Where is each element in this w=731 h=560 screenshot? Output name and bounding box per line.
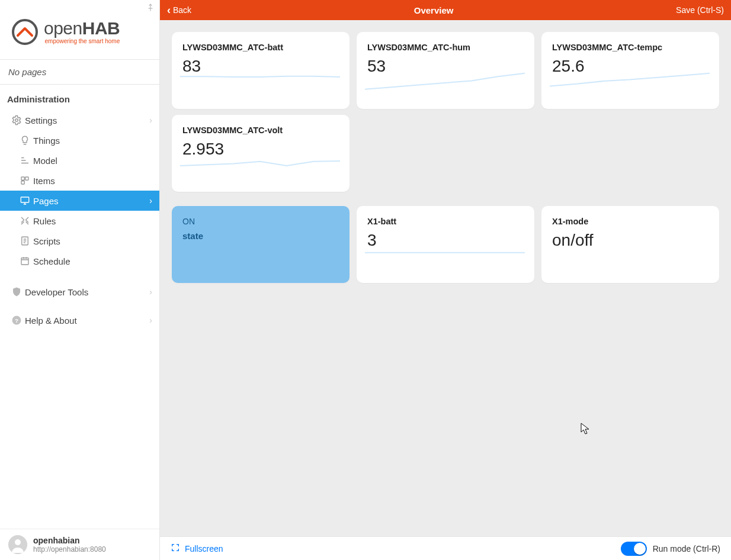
runmode: Run mode (Ctrl-R): [621, 542, 720, 556]
settings-subnav: Things Model Items Pages › Rules Scripts…: [0, 130, 159, 271]
scripts-icon: [17, 236, 33, 246]
fullscreen-icon: [171, 543, 180, 554]
svg-point-0: [13, 20, 37, 44]
user-name: openhabian: [33, 536, 106, 545]
card-hum[interactable]: LYWSD03MMC_ATC-hum 53: [357, 32, 534, 109]
fullscreen-label: Fullscreen: [185, 544, 223, 553]
svg-rect-2: [21, 177, 24, 180]
sidebar-item-things[interactable]: Things: [0, 130, 159, 150]
sidebar-item-model[interactable]: Model: [0, 150, 159, 170]
sidebar-item-label: Schedule: [33, 256, 70, 266]
help-icon: ?: [8, 315, 25, 326]
card-tempc[interactable]: LYWSD03MMC_ATC-tempc 25.6: [541, 32, 719, 109]
sidebar-item-schedule[interactable]: Schedule: [0, 251, 159, 271]
sidebar-item-label: Help & About: [25, 316, 77, 326]
topbar: ‹ Back Overview Save (Ctrl-S): [160, 0, 731, 20]
card-label: LYWSD03MMC_ATC-volt: [182, 125, 339, 135]
cursor-icon: [581, 423, 590, 436]
sidebar: openHAB empowering the smart home No pag…: [0, 0, 160, 560]
main: ‹ Back Overview Save (Ctrl-S) LYWSD03MMC…: [160, 0, 731, 560]
sidebar-item-settings[interactable]: Settings ›: [0, 110, 159, 130]
monitor-icon: [17, 195, 33, 206]
back-label: Back: [173, 5, 191, 15]
chevron-left-icon: ‹: [167, 4, 171, 17]
card-row-2: LYWSD03MMC_ATC-volt 2.953: [172, 115, 719, 192]
svg-rect-5: [21, 197, 29, 202]
schedule-icon: [17, 256, 33, 266]
bottombar: Fullscreen Run mode (Ctrl-R): [160, 536, 731, 560]
pin-icon[interactable]: [146, 4, 155, 14]
card-value: 3: [367, 231, 524, 250]
sidebar-item-help[interactable]: ? Help & About ›: [0, 310, 159, 330]
runmode-toggle[interactable]: [621, 542, 647, 556]
svg-point-11: [15, 539, 21, 545]
card-value: 83: [182, 57, 339, 76]
sidebar-footer: openhabian http://openhabian:8080: [0, 529, 159, 560]
sidebar-item-label: Items: [33, 176, 55, 186]
logo-word: openHAB: [44, 20, 120, 37]
sidebar-item-label: Things: [33, 136, 60, 146]
canvas: LYWSD03MMC_ATC-batt 83 LYWSD03MMC_ATC-hu…: [160, 20, 731, 536]
card-row-3: ON state X1-batt 3 X1-mode on/off: [172, 206, 719, 283]
sidebar-item-devtools[interactable]: Developer Tools ›: [0, 282, 159, 302]
card-state[interactable]: ON state: [172, 206, 350, 283]
card-label: X1-batt: [367, 217, 524, 226]
admin-section-title: Administration: [0, 85, 159, 110]
sidebar-item-label: Developer Tools: [25, 287, 88, 297]
card-batt[interactable]: LYWSD03MMC_ATC-batt 83: [172, 32, 350, 109]
runmode-label: Run mode (Ctrl-R): [653, 544, 720, 553]
shield-icon: [8, 287, 25, 297]
sidebar-item-items[interactable]: Items: [0, 170, 159, 191]
sidebar-item-label: Scripts: [33, 236, 60, 246]
avatar[interactable]: [8, 535, 27, 554]
svg-point-1: [15, 119, 18, 122]
card-label: LYWSD03MMC_ATC-tempc: [552, 43, 708, 52]
items-icon: [17, 175, 33, 186]
card-value: 25.6: [552, 57, 708, 76]
model-icon: [17, 155, 33, 166]
card-x1mode[interactable]: X1-mode on/off: [541, 206, 719, 283]
gear-icon: [8, 115, 25, 125]
user-host: http://openhabian:8080: [33, 545, 106, 553]
sidebar-item-label: Model: [33, 156, 57, 166]
bulb-icon: [17, 135, 33, 146]
openhab-logo-icon: [11, 18, 39, 46]
svg-rect-7: [21, 258, 28, 265]
logo: openHAB empowering the smart home: [0, 0, 159, 59]
sidebar-item-pages[interactable]: Pages ›: [0, 191, 159, 211]
save-button[interactable]: Save (Ctrl-S): [676, 5, 724, 15]
chevron-right-icon: ›: [149, 196, 152, 205]
svg-rect-3: [25, 177, 28, 180]
card-label: LYWSD03MMC_ATC-hum: [367, 43, 524, 52]
chevron-right-icon: ›: [149, 316, 152, 325]
card-row-1: LYWSD03MMC_ATC-batt 83 LYWSD03MMC_ATC-hu…: [172, 32, 719, 109]
card-label: X1-mode: [552, 217, 708, 226]
card-label: LYWSD03MMC_ATC-batt: [182, 43, 339, 52]
chevron-right-icon: ›: [149, 115, 152, 125]
no-pages-label: No pages: [0, 59, 159, 85]
svg-text:?: ?: [15, 317, 18, 324]
rules-icon: [17, 215, 33, 226]
sidebar-item-label: Settings: [25, 115, 57, 125]
card-value: 53: [367, 57, 524, 76]
user-meta: openhabian http://openhabian:8080: [33, 536, 106, 553]
card-x1batt[interactable]: X1-batt 3: [357, 206, 534, 283]
card-label: ON: [182, 217, 339, 226]
sidebar-item-label: Pages: [33, 196, 59, 206]
card-value: on/off: [552, 231, 708, 250]
logo-tagline: empowering the smart home: [45, 38, 120, 44]
sidebar-item-scripts[interactable]: Scripts: [0, 231, 159, 251]
page-title: Overview: [191, 5, 676, 15]
svg-rect-4: [21, 181, 24, 184]
fullscreen-button[interactable]: Fullscreen: [171, 543, 223, 554]
back-button[interactable]: ‹ Back: [167, 4, 191, 17]
chevron-right-icon: ›: [149, 287, 152, 297]
card-value: 2.953: [182, 140, 339, 159]
card-volt[interactable]: LYWSD03MMC_ATC-volt 2.953: [172, 115, 350, 192]
sidebar-item-label: Rules: [33, 216, 56, 226]
card-sub: state: [182, 231, 339, 241]
sidebar-item-rules[interactable]: Rules: [0, 211, 159, 231]
